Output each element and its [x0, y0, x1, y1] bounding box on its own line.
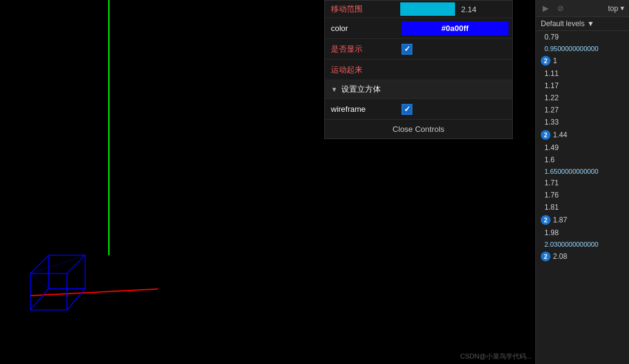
list-item[interactable]: 1.81 — [536, 201, 629, 213]
color-label: color — [325, 20, 398, 36]
wireframe-cube — [18, 243, 116, 331]
list-item[interactable]: 21.87 — [536, 213, 629, 227]
play-icon[interactable]: ▶ — [540, 2, 552, 15]
visible-checkbox[interactable] — [401, 44, 412, 55]
color-swatch[interactable]: #0a00ff — [401, 21, 509, 35]
list-item[interactable]: 21.44 — [536, 128, 629, 142]
list-item-value: 1.6 — [544, 156, 555, 164]
list-item[interactable]: 1.33 — [536, 116, 629, 128]
list-item[interactable]: 1.6 — [536, 154, 629, 166]
motion-label: 运动起来 — [325, 61, 398, 79]
list-item-value: 1 — [553, 57, 557, 65]
devtools-list: 0.790.9500000000000211.111.171.221.271.3… — [536, 31, 629, 361]
svg-line-4 — [67, 289, 85, 310]
list-item[interactable]: 1.71 — [536, 177, 629, 189]
wireframe-row: wireframe — [325, 99, 512, 120]
list-item-value: 1.11 — [544, 69, 558, 78]
wireframe-value[interactable] — [398, 101, 512, 117]
list-item[interactable]: 1.11 — [536, 67, 629, 80]
list-item[interactable]: 1.17 — [536, 80, 629, 92]
devtools-subtitle[interactable]: Default levels ▼ — [536, 17, 629, 31]
controls-panel: 移动范围 2.14 color #0a00ff 是否显示 运动起来 ▼ 设置立方… — [324, 0, 513, 139]
svg-line-2 — [30, 255, 49, 273]
list-item[interactable]: 21 — [536, 54, 629, 67]
list-item[interactable]: 0.79 — [536, 31, 629, 43]
top-view-button[interactable]: top ▼ — [608, 4, 625, 13]
list-item-value: 1.49 — [544, 143, 558, 152]
stop-icon[interactable]: ⊘ — [554, 2, 566, 15]
list-item[interactable]: 0.9500000000000 — [536, 43, 629, 54]
list-item-value: 1.33 — [544, 118, 558, 126]
color-value[interactable]: #0a00ff — [398, 19, 512, 38]
visible-label: 是否显示 — [325, 40, 398, 58]
svg-line-5 — [30, 289, 49, 310]
speed-range-num: 2.14 — [457, 5, 480, 14]
speed-range-value[interactable] — [400, 2, 455, 16]
cube-section-label: 设置立方体 — [341, 84, 381, 95]
list-item-value: 1.76 — [544, 191, 558, 199]
svg-line-3 — [67, 255, 85, 273]
list-item-value: 1.44 — [553, 131, 567, 139]
motion-row: 运动起来 — [325, 60, 512, 80]
motion-value — [398, 67, 512, 72]
visible-value[interactable] — [398, 41, 512, 57]
badge: 2 — [541, 56, 551, 66]
cube-section-header[interactable]: ▼ 设置立方体 — [325, 80, 512, 99]
list-item-value: 1.71 — [544, 179, 558, 187]
list-item-value: 1.98 — [544, 228, 558, 237]
list-item-value: 1.87 — [553, 216, 567, 224]
svg-line-6 — [30, 255, 85, 273]
badge: 2 — [541, 252, 551, 261]
list-item-value: 1.17 — [544, 81, 558, 90]
devtools-panel: ▶ ⊘ top ▼ Default levels ▼ 0.790.9500000… — [535, 0, 629, 364]
default-levels-arrow: ▼ — [587, 19, 594, 28]
list-item-value: 1.6500000000000 — [544, 168, 599, 175]
list-item-value: 1.22 — [544, 94, 558, 102]
list-item[interactable]: 2.0300000000000 — [536, 239, 629, 250]
speed-range-label: 移动范围 — [325, 1, 398, 17]
list-item-value: 0.79 — [544, 33, 558, 41]
top-label: top — [608, 4, 618, 13]
speed-range-row: 移动范围 2.14 — [325, 1, 512, 18]
list-item[interactable]: 1.27 — [536, 104, 629, 116]
list-item-value: 1.81 — [544, 203, 558, 211]
list-item-value: 2.0300000000000 — [544, 241, 599, 248]
list-item-value: 2.08 — [553, 252, 567, 261]
list-item[interactable]: 1.22 — [536, 92, 629, 104]
list-item[interactable]: 22.08 — [536, 250, 629, 263]
default-levels-label: Default levels — [541, 19, 585, 28]
section-arrow: ▼ — [331, 86, 338, 93]
badge: 2 — [541, 130, 551, 140]
top-arrow-icon: ▼ — [619, 5, 625, 12]
list-item[interactable]: 1.98 — [536, 227, 629, 239]
list-item-value: 1.27 — [544, 106, 558, 114]
close-controls-button[interactable]: Close Controls — [325, 120, 512, 139]
svg-line-7 — [30, 273, 49, 289]
list-item[interactable]: 1.49 — [536, 142, 629, 154]
color-row: color #0a00ff — [325, 18, 512, 39]
devtools-toolbar: ▶ ⊘ top ▼ — [536, 0, 629, 17]
list-item[interactable]: 1.6500000000000 — [536, 166, 629, 177]
wireframe-label: wireframe — [325, 101, 398, 117]
list-item-value: 0.9500000000000 — [544, 45, 599, 52]
list-item[interactable]: 1.76 — [536, 189, 629, 201]
wireframe-checkbox[interactable] — [401, 104, 412, 115]
visible-row: 是否显示 — [325, 39, 512, 60]
badge: 2 — [541, 215, 551, 225]
y-axis-line — [108, 0, 109, 255]
